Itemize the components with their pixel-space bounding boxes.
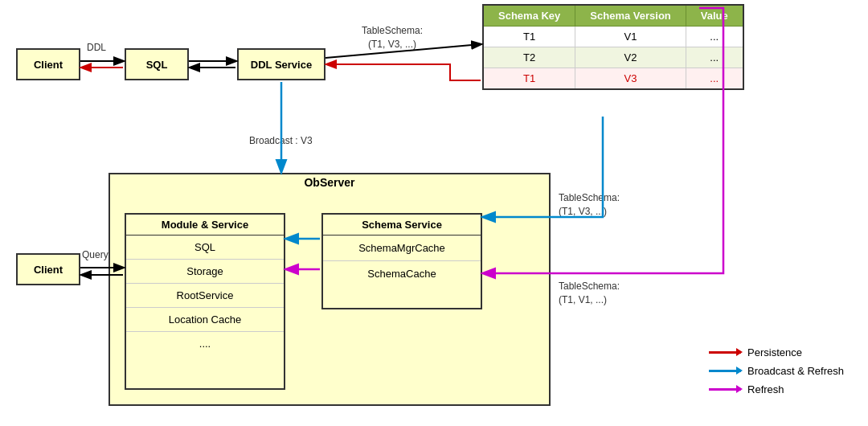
table-row: T1 V1 ... bbox=[483, 27, 743, 47]
module-item-dots: .... bbox=[126, 332, 284, 355]
module-service-title: Module & Service bbox=[126, 215, 284, 236]
legend-broadcast: Broadcast & Refresh bbox=[709, 365, 844, 377]
module-item-locationcache: Location Cache bbox=[126, 308, 284, 332]
tableschema-right-bottom-label: TableSchema:(T1, V1, ...) bbox=[559, 280, 620, 307]
col-header-version: Schema Version bbox=[575, 5, 686, 27]
client2-label: Client bbox=[34, 264, 63, 276]
broadcast-label: Broadcast : V3 bbox=[249, 135, 313, 146]
ddl-label-text: DDL bbox=[87, 42, 106, 53]
tableschema-right-top-label: TableSchema:(T1, V3, ...) bbox=[559, 191, 620, 219]
schema-table: Schema Key Schema Version Value T1 V1 ..… bbox=[482, 4, 744, 90]
diagram-container: Schema Key Schema Version Value T1 V1 ..… bbox=[0, 0, 868, 426]
sql-box: SQL bbox=[125, 48, 189, 80]
observer-title: ObServer bbox=[108, 173, 551, 192]
row3-key: T1 bbox=[483, 68, 575, 90]
schema-mgr-cache-item: SchemaMgrCache bbox=[323, 236, 481, 261]
col-header-value: Value bbox=[686, 5, 743, 27]
schema-cache-item: SchemaCache bbox=[323, 261, 481, 286]
module-service-box: Module & Service SQL Storage RootService… bbox=[125, 213, 285, 390]
module-item-sql: SQL bbox=[126, 236, 284, 260]
row1-value: ... bbox=[686, 27, 743, 47]
schema-service-title: Schema Service bbox=[323, 215, 481, 236]
table-row-red: T1 V3 ... bbox=[483, 68, 743, 90]
legend-persistence-text: Persistence bbox=[747, 346, 802, 358]
row2-version: V2 bbox=[575, 47, 686, 68]
col-header-key: Schema Key bbox=[483, 5, 575, 27]
client2-box: Client bbox=[16, 253, 80, 285]
legend-refresh: Refresh bbox=[709, 383, 844, 395]
table-row: T2 V2 ... bbox=[483, 47, 743, 68]
legend: Persistence Broadcast & Refresh Refresh bbox=[709, 346, 844, 402]
schema-service-box: Schema Service SchemaMgrCache SchemaCach… bbox=[321, 213, 482, 309]
row3-version: V3 bbox=[575, 68, 686, 90]
client1-label: Client bbox=[34, 59, 63, 71]
legend-persistence: Persistence bbox=[709, 346, 844, 358]
client1-box: Client bbox=[16, 48, 80, 80]
legend-broadcast-text: Broadcast & Refresh bbox=[747, 365, 844, 377]
ddl-box: DDL Service bbox=[237, 48, 326, 80]
tableschema-top-label: TableSchema:(T1, V3, ...) bbox=[362, 24, 423, 51]
sql-label: SQL bbox=[146, 59, 168, 71]
row1-version: V1 bbox=[575, 27, 686, 47]
query-label: Query bbox=[82, 249, 108, 260]
row3-value: ... bbox=[686, 68, 743, 90]
ddl-label: DDL Service bbox=[251, 59, 312, 71]
legend-refresh-text: Refresh bbox=[747, 383, 784, 395]
row1-key: T1 bbox=[483, 27, 575, 47]
module-item-rootservice: RootService bbox=[126, 284, 284, 308]
module-item-storage: Storage bbox=[126, 260, 284, 284]
row2-value: ... bbox=[686, 47, 743, 68]
row2-key: T2 bbox=[483, 47, 575, 68]
